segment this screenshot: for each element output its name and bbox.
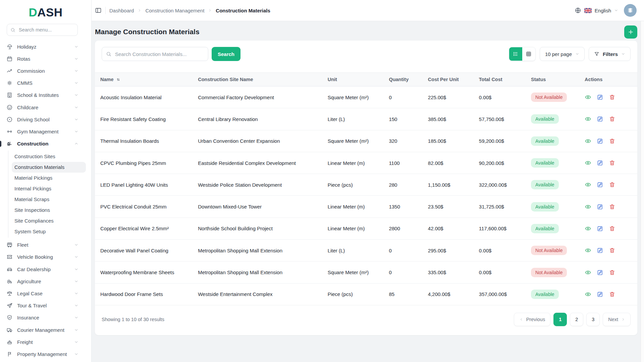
edit-action-button[interactable]: [597, 138, 603, 144]
add-material-button[interactable]: [624, 25, 637, 39]
sidebar-item-driving-school[interactable]: Driving School: [0, 113, 91, 125]
language-selector[interactable]: English: [595, 8, 611, 13]
column-header-name[interactable]: Name: [95, 73, 198, 86]
edit-action-button[interactable]: [597, 116, 603, 122]
sidebar-item-childcare[interactable]: Childcare: [0, 101, 91, 113]
sidebar-item-label: CMMS: [17, 80, 33, 86]
topbar-right: English: [575, 4, 637, 17]
page-button-1[interactable]: 1: [553, 313, 567, 326]
edit-action-button[interactable]: [597, 247, 603, 254]
cell-total-cost: 322,000.00$: [479, 174, 531, 196]
sidebar-item-courier-management[interactable]: Courier Management: [0, 324, 91, 336]
submenu-item-construction-sites[interactable]: Construction Sites: [12, 151, 86, 162]
sidebar-toggle-button[interactable]: [95, 7, 102, 14]
sidebar-item-cmms[interactable]: CMMS: [0, 77, 91, 89]
trash-action-button[interactable]: [609, 94, 615, 101]
eye-action-button[interactable]: [585, 291, 591, 298]
eye-action-button[interactable]: [585, 203, 591, 210]
submenu-item-site-inspections[interactable]: Site Inspections: [12, 205, 86, 216]
trash-action-button[interactable]: [609, 138, 615, 144]
eye-action-button[interactable]: [585, 269, 591, 276]
grid-view-button[interactable]: [522, 47, 535, 61]
sidebar-item-gym-management[interactable]: Gym Management: [0, 125, 91, 137]
cell-status: Not Available: [531, 86, 585, 108]
avatar[interactable]: [624, 4, 637, 17]
submenu-item-material-scraps[interactable]: Material Scraps: [12, 194, 86, 205]
sidebar-item-fleet[interactable]: Fleet: [0, 239, 91, 251]
status-badge: Available: [531, 224, 559, 233]
cell-name: LED Panel Lighting 40W Units: [95, 174, 198, 196]
submenu-item-internal-pickings[interactable]: Internal Pickings: [12, 183, 86, 194]
search-button[interactable]: Search: [212, 47, 240, 61]
eye-action-button[interactable]: [585, 160, 591, 166]
eye-action-button[interactable]: [585, 138, 591, 144]
trash-action-button[interactable]: [609, 291, 615, 298]
globe-icon[interactable]: [575, 7, 581, 14]
sidebar-search-input[interactable]: [18, 27, 74, 33]
sidebar-item-rotas[interactable]: Rotas: [0, 53, 91, 65]
breadcrumb-item-construction-materials[interactable]: Construction Materials: [216, 8, 270, 13]
eye-action-button[interactable]: [585, 116, 591, 122]
breadcrumb-item-dashboard[interactable]: Dashboard: [109, 8, 134, 13]
sidebar-item-tour-travel[interactable]: Tour & Travel: [0, 300, 91, 312]
dumbbell-icon: [6, 128, 13, 135]
page-scrollbar[interactable]: [641, 21, 644, 362]
sidebar-item-insurance[interactable]: Insurance: [0, 312, 91, 324]
submenu-item-system-setup[interactable]: System Setup: [12, 226, 86, 237]
materials-search-input[interactable]: [114, 51, 204, 57]
list-view-button[interactable]: [509, 47, 522, 61]
edit-action-button[interactable]: [597, 181, 603, 188]
next-page-button[interactable]: Next: [603, 313, 631, 326]
previous-page-button[interactable]: Previous: [514, 313, 550, 326]
filters-button[interactable]: Filters: [589, 47, 631, 61]
trash-action-button[interactable]: [609, 247, 615, 254]
sidebar-item-car-dealership[interactable]: Car Dealership: [0, 263, 91, 275]
sort-icon[interactable]: [116, 77, 121, 82]
per-page-select[interactable]: 10 per page: [540, 47, 585, 61]
sidebar-item-legal-case[interactable]: Legal Case: [0, 287, 91, 299]
trash-action-button[interactable]: [609, 225, 615, 232]
sidebar-item-agriculture[interactable]: Agriculture: [0, 275, 91, 287]
eye-action-button[interactable]: [585, 181, 591, 188]
trash-action-button[interactable]: [609, 269, 615, 276]
page-button-3[interactable]: 3: [586, 313, 600, 326]
sidebar-item-label: Driving School: [17, 117, 50, 122]
trash-action-button[interactable]: [609, 116, 615, 122]
breadcrumb-item-construction-management[interactable]: Construction Management: [145, 8, 204, 13]
cell-unit: Linear Meter (m): [328, 196, 389, 218]
cell-site: Westside Entertainment Complex: [198, 283, 327, 305]
edit-action-button[interactable]: [597, 269, 603, 276]
sidebar-item-item[interactable]: [0, 360, 91, 362]
chevron-down-icon: [74, 291, 78, 296]
submenu-item-material-pickings[interactable]: Material Pickings: [12, 173, 86, 183]
cell-actions: [585, 196, 637, 218]
trash-icon: [609, 269, 615, 276]
eye-action-button[interactable]: [585, 247, 591, 254]
submenu-item-construction-materials[interactable]: Construction Materials: [12, 162, 86, 173]
sidebar-item-construction[interactable]: Construction: [0, 138, 91, 150]
sidebar-item-school-institutes[interactable]: School & Institutes: [0, 89, 91, 101]
trash-action-button[interactable]: [609, 203, 615, 210]
edit-action-button[interactable]: [597, 225, 603, 232]
submenu-item-site-compliances[interactable]: Site Compliances: [12, 216, 86, 226]
sidebar-item-label: Vehicle Booking: [17, 254, 53, 260]
edit-action-button[interactable]: [597, 203, 603, 210]
sidebar-item-vehicle-booking[interactable]: Vehicle Booking: [0, 251, 91, 263]
sidebar-item-freight[interactable]: Freight: [0, 336, 91, 348]
column-header-actions: Actions: [585, 73, 637, 86]
edit-action-button[interactable]: [597, 291, 603, 298]
eye-action-button[interactable]: [585, 94, 591, 101]
trash-action-button[interactable]: [609, 181, 615, 188]
sidebar-item-commission[interactable]: Commission: [0, 65, 91, 77]
sidebar-item-property-management[interactable]: Property Management: [0, 348, 91, 360]
edit-action-button[interactable]: [597, 94, 603, 101]
edit-action-button[interactable]: [597, 160, 603, 166]
sidebar-item-holidayz[interactable]: Holidayz: [0, 41, 91, 53]
page-button-2[interactable]: 2: [570, 313, 583, 326]
eye-action-button[interactable]: [585, 225, 591, 232]
chevron-down-icon: [74, 303, 78, 308]
cell-site: Metropolitan Shopping Mall Extension: [198, 261, 327, 283]
cell-actions: [585, 152, 637, 174]
cell-name: PVC Electrical Conduit 25mm: [95, 196, 198, 218]
trash-action-button[interactable]: [609, 160, 615, 166]
